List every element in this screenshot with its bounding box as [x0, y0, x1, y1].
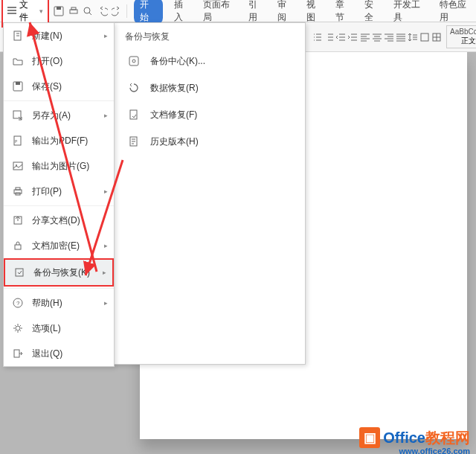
align-left-icon[interactable] [360, 30, 370, 45]
svg-rect-1 [57, 7, 61, 10]
align-justify-icon[interactable] [396, 30, 406, 45]
help-icon: ? [11, 298, 25, 308]
backup-restore-submenu: 备份与恢复 备份中心(K)... 数据恢复(R) 文档修复(F) 历史版本(H) [114, 22, 306, 365]
logo-url: www.office26.com [399, 447, 470, 454]
backup-icon [13, 267, 26, 278]
toolbar-separator [126, 4, 127, 18]
chevron-down-icon: ▾ [39, 7, 43, 15]
menu-label: 分享文档(D) [32, 214, 80, 227]
tab-insert[interactable]: 插入 [173, 0, 192, 25]
submenu-item-backup-center[interactable]: 备份中心(K)... [115, 48, 305, 74]
menu-item-new[interactable]: 新建(N) ▸ [4, 23, 114, 48]
menu-item-help[interactable]: ? 帮助(H) ▸ [4, 290, 114, 316]
tab-security[interactable]: 安全 [364, 0, 382, 25]
gear-icon [11, 323, 25, 333]
menu-item-open[interactable]: 打开(O) [4, 48, 114, 74]
svg-rect-25 [129, 57, 138, 65]
svg-rect-19 [15, 245, 21, 249]
menu-item-image[interactable]: 输出为图片(G) [4, 153, 114, 179]
file-menu-label: 文件 [19, 0, 36, 24]
align-center-icon[interactable] [372, 30, 382, 45]
menu-label: 输出为PDF(F) [32, 135, 88, 147]
menu-item-encrypt[interactable]: 文档加密(E) ▸ [4, 233, 114, 258]
menu-item-saveas[interactable]: 另存为(A) ▸ [4, 103, 114, 128]
chevron-right-icon: ▸ [104, 299, 108, 307]
chevron-right-icon: ▸ [103, 269, 106, 276]
menu-label: 另存为(A) [32, 109, 71, 122]
saveas-icon [11, 110, 25, 121]
toolbar-redo-icon[interactable] [109, 4, 123, 19]
number-list-icon[interactable] [324, 30, 335, 45]
indent-increase-icon[interactable] [348, 30, 358, 45]
bullet-list-icon[interactable] [312, 30, 323, 45]
toolbar-save-icon[interactable] [52, 4, 66, 19]
menu-label: 文档加密(E) [32, 240, 80, 252]
menu-item-print[interactable]: 打印(P) ▸ [4, 179, 114, 204]
pdf-icon: P [11, 135, 25, 146]
tab-devtools[interactable]: 开发工具 [393, 0, 428, 25]
menu-item-options[interactable]: 选项(L) [4, 316, 114, 341]
svg-rect-10 [13, 111, 21, 118]
toolbar-undo-icon[interactable] [95, 4, 109, 19]
logo-text-1: Office [383, 429, 425, 447]
tab-features[interactable]: 特色应用 [439, 0, 475, 25]
logo-text-2: 教程网 [425, 428, 470, 448]
chevron-right-icon: ▸ [104, 112, 108, 119]
recover-icon [126, 82, 141, 94]
new-file-icon [11, 31, 25, 41]
file-dropdown-menu: 新建(N) ▸ 打开(O) 保存(S) 另存为(A) ▸ P 输出为PDF(F)… [3, 22, 115, 367]
style-normal[interactable]: AaBbCcDd 正文 [446, 25, 476, 48]
submenu-label: 历史版本(H) [150, 135, 199, 148]
toolbar-preview-icon[interactable] [80, 4, 94, 19]
menu-item-exit[interactable]: 退出(Q) [4, 341, 114, 366]
svg-rect-9 [16, 82, 20, 85]
submenu-label: 数据恢复(R) [150, 82, 199, 95]
line-spacing-icon[interactable] [408, 30, 418, 45]
tab-review[interactable]: 审阅 [277, 0, 295, 25]
submenu-title: 备份与恢复 [115, 23, 305, 48]
menu-item-share[interactable]: 分享文档(D) [4, 208, 114, 233]
repair-icon [126, 109, 141, 121]
tab-reference[interactable]: 引用 [248, 0, 266, 25]
chevron-right-icon: ▸ [104, 188, 108, 195]
svg-rect-2 [70, 10, 77, 13]
menu-label: 输出为图片(G) [32, 160, 89, 173]
menu-label: 选项(L) [32, 322, 61, 335]
svg-point-4 [84, 7, 90, 13]
svg-rect-20 [16, 269, 23, 276]
tab-home[interactable]: 开始 [134, 0, 163, 25]
menu-item-backup-restore[interactable]: 备份与恢复(K) ▸ [4, 258, 114, 287]
submenu-item-history[interactable]: 历史版本(H) [115, 128, 305, 155]
style-name: 正文 [450, 36, 476, 46]
toolbar-print-icon[interactable] [66, 4, 80, 19]
image-icon [11, 161, 25, 171]
exit-icon [11, 348, 25, 359]
submenu-item-data-recovery[interactable]: 数据恢复(R) [115, 74, 305, 101]
menu-item-pdf[interactable]: P 输出为PDF(F) [4, 128, 114, 153]
shading-icon[interactable] [419, 30, 430, 45]
menu-label: 打印(P) [32, 185, 62, 198]
tab-view[interactable]: 视图 [306, 0, 324, 25]
tab-chapter[interactable]: 章节 [335, 0, 353, 25]
submenu-label: 备份中心(K)... [150, 55, 205, 68]
border-icon[interactable] [431, 30, 442, 45]
menu-label: 帮助(H) [32, 297, 62, 310]
submenu-item-doc-repair[interactable]: 文档修复(F) [115, 101, 305, 128]
svg-point-23 [16, 326, 20, 330]
submenu-label: 文档修复(F) [150, 109, 197, 121]
ribbon-tabs: 开始 插入 页面布局 引用 审阅 视图 章节 安全 开发工具 特色应用 [134, 0, 475, 25]
menu-item-save[interactable]: 保存(S) [4, 74, 114, 99]
share-icon [11, 215, 25, 226]
align-right-icon[interactable] [384, 30, 394, 45]
logo-mark-icon: ▣ [359, 427, 380, 448]
lock-icon [11, 240, 25, 251]
menu-separator [4, 100, 114, 101]
svg-text:P: P [15, 139, 18, 144]
history-icon [126, 135, 141, 147]
indent-decrease-icon[interactable] [336, 30, 347, 45]
tab-layout[interactable]: 页面布局 [202, 0, 238, 25]
hamburger-icon [7, 6, 16, 16]
menu-label: 保存(S) [32, 80, 62, 93]
menu-label: 退出(Q) [32, 348, 62, 360]
print-icon [11, 186, 25, 196]
